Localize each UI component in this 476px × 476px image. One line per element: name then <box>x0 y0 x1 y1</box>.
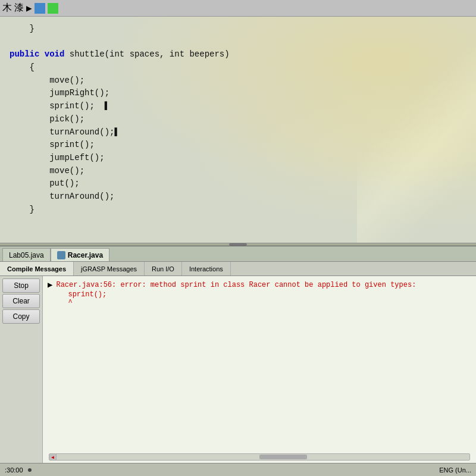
error-line2: sprint(); <box>68 290 416 299</box>
error-main-text: Racer.java:56: error: method sprint in c… <box>56 280 416 290</box>
tab-racer[interactable]: Racer.java <box>51 248 109 261</box>
toolbar-blue-square <box>35 3 45 14</box>
error-line-main: ▶ Racer.java:56: error: method sprint in… <box>48 280 471 307</box>
tab-compile-label: Compile Messages <box>7 265 66 273</box>
tab-compile-messages[interactable]: Compile Messages <box>0 262 74 275</box>
toolbar-icon-2: 漆 <box>14 2 24 14</box>
message-scrollbar[interactable]: ◀ <box>49 453 470 461</box>
toolbar: 木 漆 ▶ <box>0 0 476 17</box>
error-arrow-icon: ▶ <box>48 280 52 290</box>
racer-tab-icon <box>57 251 65 259</box>
code-line: } <box>10 23 466 36</box>
scrollbar-thumb[interactable] <box>259 455 307 459</box>
status-dot <box>28 468 32 472</box>
code-line: sprint(); ▌ <box>10 100 466 113</box>
divider-handle <box>229 243 247 246</box>
status-bar: :30:00 ENG (Un... <box>0 463 476 476</box>
side-buttons-panel: Stop Clear Copy <box>0 276 43 463</box>
copy-button[interactable]: Copy <box>2 309 40 324</box>
status-right: ENG (Un... <box>439 466 471 474</box>
tab-interactions[interactable]: Interactions <box>182 262 231 275</box>
status-time: :30:00 <box>5 466 23 474</box>
tab-run-io[interactable]: Run I/O <box>145 262 182 275</box>
tab-interactions-label: Interactions <box>189 265 223 273</box>
file-tab-bar: Lab05.java Racer.java <box>0 246 476 262</box>
error-message-area: ▶ Racer.java:56: error: method sprint in… <box>43 276 476 463</box>
panel-divider[interactable] <box>0 243 476 246</box>
code-line: pick(); <box>10 113 466 126</box>
code-line: jumpRight(); <box>10 87 466 100</box>
status-left: :30:00 <box>5 466 32 474</box>
message-tab-bar: Compile Messages jGRASP Messages Run I/O… <box>0 262 476 276</box>
toolbar-icon-1: 木 <box>2 2 12 14</box>
toolbar-green-square <box>48 3 58 14</box>
code-line-method: public void shuttle(int spaces, int beep… <box>10 48 466 61</box>
code-line: jumpLeft(); <box>10 152 466 165</box>
tab-jgrasp-messages[interactable]: jGRASP Messages <box>74 262 145 275</box>
tab-lab05-label: Lab05.java <box>9 251 44 259</box>
code-line: } <box>10 203 466 217</box>
tab-racer-label: Racer.java <box>68 251 103 259</box>
toolbar-icon-3: ▶ <box>26 2 32 14</box>
tab-jgrasp-label: jGRASP Messages <box>81 265 137 273</box>
error-line3: ^ <box>68 299 416 307</box>
clear-button[interactable]: Clear <box>2 294 40 308</box>
tab-runio-label: Run I/O <box>152 265 174 273</box>
code-line: put(); <box>10 177 466 190</box>
code-line <box>10 36 466 49</box>
stop-button[interactable]: Stop <box>2 278 40 293</box>
code-line: move(); <box>10 74 466 87</box>
main-layout: 木 漆 ▶ } public void shuttle(int spaces, … <box>0 0 476 476</box>
code-line: move(); <box>10 165 466 178</box>
code-line: sprint(); <box>10 139 466 152</box>
scrollbar-left-arrow[interactable]: ◀ <box>49 454 57 460</box>
code-line: turnAround();▌ <box>10 126 466 139</box>
bottom-panel: Stop Clear Copy ▶ Racer.java:56: error: … <box>0 276 476 463</box>
tab-lab05[interactable]: Lab05.java <box>2 248 51 261</box>
code-line: turnAround(); <box>10 190 466 203</box>
code-line: { <box>10 61 466 74</box>
editor-area[interactable]: } public void shuttle(int spaces, int be… <box>0 17 476 243</box>
